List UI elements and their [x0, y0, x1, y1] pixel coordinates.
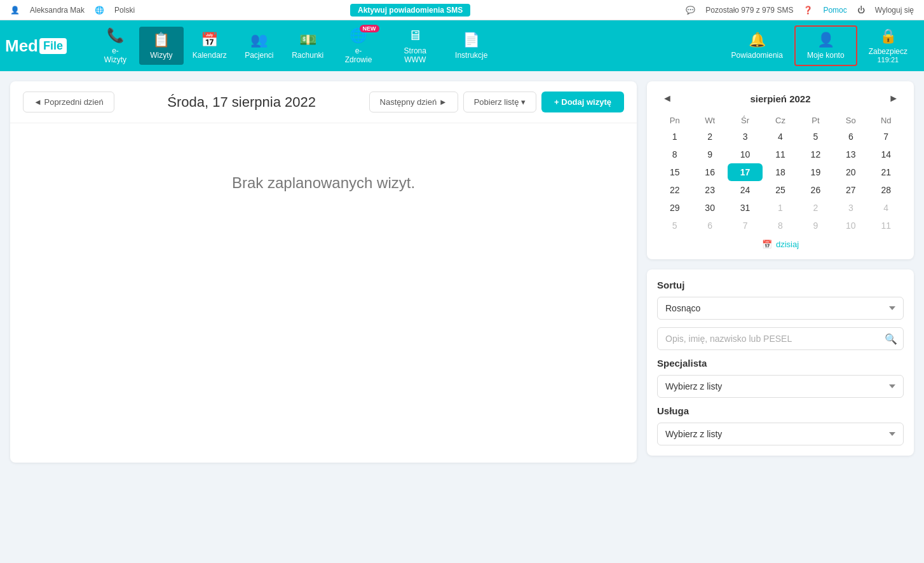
calendar-day-cell[interactable]: 16: [692, 163, 727, 181]
power-icon: ⏻: [857, 6, 865, 15]
calendar-day-cell[interactable]: 24: [728, 181, 763, 199]
nav-item-instrukcje[interactable]: 📄 Instrukcje: [446, 27, 496, 65]
cal-day-header-cz: Cz: [763, 113, 798, 128]
calendar-day-cell[interactable]: 10: [833, 217, 868, 234]
nav-right-items: 🔔 Powiadomienia 👤 Moje konto 🔒 Zabezpiec…: [720, 23, 919, 69]
calendar-day-cell[interactable]: 5: [798, 128, 833, 146]
prev-day-button[interactable]: ◄ Poprzedni dzień: [23, 92, 114, 112]
calendar-day-cell[interactable]: 19: [798, 163, 833, 181]
specialist-select[interactable]: Wybierz z listy: [657, 375, 904, 398]
top-bar-center: Aktywuj powiadomienia SMS: [350, 4, 470, 17]
calendar-day-cell[interactable]: 23: [692, 181, 727, 199]
nav-item-pacjenci[interactable]: 👥 Pacjenci: [236, 27, 283, 65]
calendar-day-cell[interactable]: 9: [692, 146, 727, 163]
cal-day-header-pt: Pt: [798, 113, 833, 128]
language: Polski: [114, 6, 135, 15]
logout-link[interactable]: Wyloguj się: [875, 6, 914, 15]
current-date: Środa, 17 sierpnia 2022: [125, 94, 359, 111]
sort-label: Sortuj: [657, 280, 904, 290]
today-link[interactable]: 📅 dzisiaj: [657, 240, 904, 249]
nav-item-strona-www[interactable]: 🖥 Strona WWW: [384, 22, 447, 69]
clipboard-icon: 📋: [153, 32, 170, 48]
user-icon: 👤: [10, 6, 20, 15]
calendar-day-cell[interactable]: 5: [657, 217, 692, 234]
calendar-day-cell[interactable]: 12: [798, 146, 833, 163]
nav-item-rachunki[interactable]: 💵 Rachunki: [283, 27, 332, 65]
username: Aleksandra Mak: [30, 6, 85, 15]
comment-icon: 💬: [686, 6, 695, 15]
calendar-day-cell[interactable]: 28: [869, 181, 904, 199]
calendar-day-cell[interactable]: 17: [728, 163, 763, 181]
calendar-day-cell[interactable]: 21: [869, 163, 904, 181]
next-day-button[interactable]: Następny dzień ►: [369, 92, 458, 112]
calendar-day-cell[interactable]: 31: [728, 199, 763, 217]
service-select[interactable]: Wybierz z listy: [657, 423, 904, 445]
nav-label-kalendarz: Kalendarz: [193, 51, 227, 60]
nav-item-zabezpiecz[interactable]: 🔒 Zabezpiecz 119:21: [857, 23, 919, 69]
people-icon: 👥: [250, 32, 268, 48]
calendar-day-cell[interactable]: 22: [657, 181, 692, 199]
question-icon: ❓: [803, 6, 813, 15]
search-icon-button[interactable]: 🔍: [885, 333, 897, 345]
calendar-day-cell[interactable]: 14: [869, 146, 904, 163]
calendar-day-cell[interactable]: 13: [833, 146, 868, 163]
bell-icon: 🔔: [749, 32, 766, 48]
nav-label-wizyty: Wizyty: [150, 51, 172, 60]
calendar-day-cell[interactable]: 15: [657, 163, 692, 181]
calendar-day-cell[interactable]: 2: [692, 128, 727, 146]
specialist-label: Specjalista: [657, 358, 904, 369]
calendar-day-cell[interactable]: 4: [763, 128, 798, 146]
calendar-day-cell[interactable]: 11: [763, 146, 798, 163]
help-link[interactable]: Pomoc: [823, 6, 846, 15]
download-list-button[interactable]: Pobierz listę ▾: [463, 92, 536, 112]
nav-item-powiadomienia[interactable]: 🔔 Powiadomienia: [720, 27, 794, 65]
main-nav: Med File 📞 e-Wizyty 📋 Wizyty 📅 Kalendarz…: [0, 20, 924, 71]
new-badge: NEW: [360, 25, 379, 32]
calendar-day-cell[interactable]: 6: [833, 128, 868, 146]
calendar-day-cell[interactable]: 20: [833, 163, 868, 181]
nav-item-e-wizyty[interactable]: 📞 e-Wizyty: [92, 22, 139, 69]
nav-item-e-zdrowie[interactable]: NEW 🌐 e-Zdrowie: [332, 22, 384, 69]
sort-group: Sortuj Rosnąco Malejąco: [657, 280, 904, 320]
calendar-day-cell[interactable]: 1: [657, 128, 692, 146]
calendar-day-cell[interactable]: 27: [833, 181, 868, 199]
top-bar-right: 💬 Pozostało 979 z 979 SMS ❓ Pomoc ⏻ Wylo…: [686, 6, 914, 15]
calendar-widget: ◄ sierpień 2022 ► Pn Wt Śr Cz Pt So Nd: [647, 81, 914, 259]
calendar-day-cell[interactable]: 6: [692, 217, 727, 234]
cal-day-header-wt: Wt: [692, 113, 727, 128]
calendar-day-cell[interactable]: 1: [763, 199, 798, 217]
service-group: Usługa Wybierz z listy: [657, 405, 904, 445]
calendar-day-cell[interactable]: 10: [728, 146, 763, 163]
cal-next-button[interactable]: ►: [883, 92, 904, 105]
lock-icon: 🔒: [880, 28, 897, 44]
calendar-day-cell[interactable]: 30: [692, 199, 727, 217]
globe-icon: 🌐: [95, 6, 104, 15]
phone-icon: 📞: [107, 27, 124, 44]
calendar-day-cell[interactable]: 7: [728, 217, 763, 234]
nav-label-e-zdrowie: e-Zdrowie: [344, 46, 372, 64]
search-input[interactable]: [657, 327, 904, 350]
calendar-day-cell[interactable]: 3: [833, 199, 868, 217]
calendar-day-cell[interactable]: 8: [763, 217, 798, 234]
sms-activate-button[interactable]: Aktywuj powiadomienia SMS: [350, 4, 470, 17]
nav-item-wizyty[interactable]: 📋 Wizyty: [139, 27, 184, 65]
right-sidebar: ◄ sierpień 2022 ► Pn Wt Śr Cz Pt So Nd: [647, 81, 914, 456]
calendar-day-cell[interactable]: 11: [869, 217, 904, 234]
sms-remaining: Pozostało 979 z 979 SMS: [705, 6, 793, 15]
calendar-day-cell[interactable]: 29: [657, 199, 692, 217]
calendar-day-cell[interactable]: 7: [869, 128, 904, 146]
calendar-day-cell[interactable]: 9: [798, 217, 833, 234]
calendar-day-cell[interactable]: 18: [763, 163, 798, 181]
nav-item-kalendarz[interactable]: 📅 Kalendarz: [184, 27, 236, 65]
calendar-day-cell[interactable]: 3: [728, 128, 763, 146]
calendar-day-cell[interactable]: 25: [763, 181, 798, 199]
add-visit-button[interactable]: + Dodaj wizytę: [541, 92, 624, 112]
calendar-day-cell[interactable]: 2: [798, 199, 833, 217]
calendar-day-cell[interactable]: 26: [798, 181, 833, 199]
cal-prev-button[interactable]: ◄: [657, 92, 677, 105]
sort-select[interactable]: Rosnąco Malejąco: [657, 297, 904, 320]
no-visits-message: Brak zaplanowanych wizyt.: [10, 123, 637, 243]
nav-item-moje-konto[interactable]: 👤 Moje konto: [794, 25, 857, 66]
calendar-day-cell[interactable]: 8: [657, 146, 692, 163]
calendar-day-cell[interactable]: 4: [869, 199, 904, 217]
